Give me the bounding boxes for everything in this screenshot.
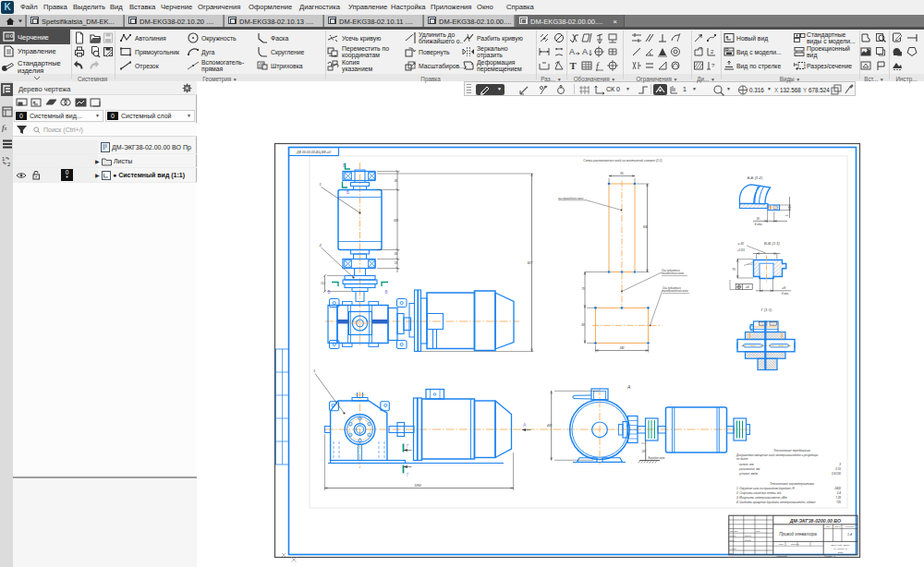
- svg-text:не более: не более: [736, 457, 748, 461]
- svg-text:Г (1:1): Г (1:1): [761, 308, 772, 312]
- svg-text:быстроходного вала: быстроходного вала: [663, 289, 688, 293]
- svg-text:А: А: [626, 384, 631, 390]
- svg-text:Листов 1: Листов 1: [791, 543, 800, 545]
- svg-text:1: 1: [2, 156, 6, 162]
- svg-text:В-В (1:1): В-В (1:1): [764, 241, 780, 246]
- svg-text:A: A: [582, 47, 588, 56]
- svg-text:Изм. Лист: Изм. Лист: [730, 530, 738, 532]
- svg-text:830: 830: [643, 225, 648, 229]
- svg-text:∅ 30: ∅ 30: [737, 242, 744, 246]
- svg-text:В: В: [328, 290, 331, 295]
- svg-text:Н.контр.: Н.контр.: [730, 548, 737, 549]
- svg-text:Петров: Петров: [745, 539, 751, 541]
- svg-text:Пров.: Пров.: [730, 539, 736, 541]
- svg-text:осевое, мм: осевое, мм: [739, 463, 753, 466]
- svg-text:75: 75: [581, 287, 585, 291]
- svg-text:435: 435: [547, 424, 553, 428]
- svg-text:Иванов: Иванов: [745, 535, 751, 537]
- svg-text:4 отв.: 4 отв.: [755, 223, 763, 226]
- svg-text:18: 18: [395, 261, 398, 265]
- svg-text:240: 240: [618, 346, 624, 350]
- svg-text:7.28: 7.28: [835, 496, 841, 500]
- svg-text:Технические характеристики: Технические характеристики: [770, 482, 814, 486]
- svg-text:T: T: [570, 60, 578, 71]
- svg-text:тихоходного вала: тихоходного вала: [662, 271, 684, 275]
- svg-text:Схема расположения осей на мон: Схема расположения осей на монтажной гол…: [583, 159, 662, 163]
- svg-text:Б-Б (1:2): Б-Б (1:2): [748, 175, 763, 180]
- svg-text:гр. МСМб-41: гр. МСМб-41: [833, 548, 847, 550]
- svg-text:35: 35: [395, 179, 398, 183]
- svg-text:4 отв.: 4 отв.: [782, 292, 789, 296]
- svg-text:+0.015: +0.015: [737, 248, 746, 252]
- svg-text:303: 303: [394, 219, 398, 223]
- svg-text:Масса: Масса: [834, 525, 841, 527]
- svg-text:Копировал: Копировал: [776, 555, 788, 558]
- svg-text:1: 1: [320, 182, 322, 187]
- svg-text:Барабан конв.: Барабан конв.: [649, 456, 666, 460]
- svg-text:0.6/100: 0.6/100: [832, 472, 841, 476]
- svg-text:ось приводного вала: ось приводного вала: [558, 197, 584, 200]
- svg-text:1260: 1260: [414, 484, 421, 488]
- svg-text:35: 35: [395, 252, 398, 256]
- svg-text:4. Частота вращения барабана э: 4. Частота вращения барабана электродвиг…: [736, 501, 816, 504]
- svg-text:607: 607: [528, 261, 533, 265]
- svg-text:угловое, мм/м: угловое, мм/м: [738, 472, 758, 476]
- svg-text:Подп.: Подп.: [756, 530, 760, 532]
- svg-text:2400: 2400: [833, 487, 841, 490]
- svg-text:128: 128: [641, 450, 646, 453]
- svg-text:Разраб.: Разраб.: [730, 535, 737, 537]
- svg-text:Лит.: Лит.: [826, 525, 830, 527]
- svg-text:?: ?: [699, 46, 702, 52]
- svg-text:2: 2: [711, 49, 714, 54]
- svg-text:2020: 2020: [838, 551, 844, 554]
- svg-text:∅4: ∅4: [746, 285, 749, 289]
- svg-text:1: 1: [313, 368, 315, 373]
- svg-text:Формат А1: Формат А1: [824, 555, 836, 558]
- svg-text:3. Мощность электродвигателя,: 3. Мощность электродвигателя, кВт: [736, 496, 787, 500]
- svg-text:∅8: ∅8: [782, 286, 785, 290]
- svg-text:радиальное, мм: радиальное, мм: [738, 467, 760, 471]
- svg-text:f: f: [596, 61, 600, 71]
- svg-text:112: 112: [321, 282, 325, 285]
- svg-text:Привод элеватора: Привод элеватора: [779, 532, 817, 537]
- svg-text:Утв.: Утв.: [730, 552, 734, 554]
- svg-text:90: 90: [581, 323, 585, 327]
- svg-text:0.15: 0.15: [835, 467, 841, 471]
- svg-text:1:4: 1:4: [847, 533, 852, 537]
- svg-text:1×45°: 1×45°: [748, 263, 753, 265]
- svg-text:65: 65: [620, 172, 624, 175]
- svg-text:Масштаб: Масштаб: [845, 525, 855, 527]
- svg-text:ДМ-ЭКГ38-0200.00 ВО: ДМ-ЭКГ38-0200.00 ВО: [789, 518, 841, 524]
- svg-text:Лист: Лист: [779, 543, 784, 545]
- svg-text:ДГТУ каф. ОиПМ: ДГТУ каф. ОиПМ: [832, 544, 850, 547]
- svg-text:Технические требования: Технические требования: [773, 449, 810, 452]
- svg-text:70: 70: [733, 268, 736, 271]
- svg-text:?: ?: [711, 63, 715, 68]
- svg-text:2.4: 2.4: [836, 491, 842, 495]
- svg-text:2: 2: [7, 162, 11, 167]
- svg-text:725: 725: [836, 501, 841, 504]
- svg-text:1. Окружная сила на приводном: 1. Окружная сила на приводном барабане, …: [736, 487, 796, 490]
- svg-text:A: A: [569, 47, 575, 56]
- svg-text:14: 14: [756, 217, 760, 221]
- svg-text:В: В: [385, 290, 388, 295]
- svg-text:2. Скорость движения ленты, м/: 2. Скорость движения ленты, м/с: [736, 491, 782, 495]
- svg-text:ДВ 00.00.00-ВЦ.ВЕ-ч0: ДВ 00.00.00-ВЦ.ВЕ-ч0: [296, 151, 331, 154]
